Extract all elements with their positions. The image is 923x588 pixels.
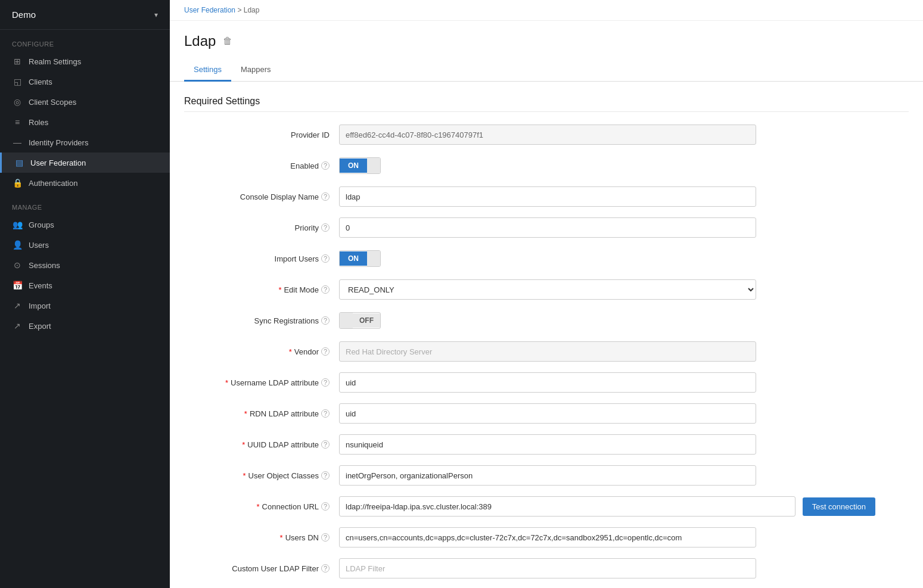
tab-settings[interactable]: Settings	[184, 59, 231, 82]
enabled-label: Enabled ?	[184, 161, 339, 170]
breadcrumb: User Federation > Ldap	[170, 0, 923, 21]
roles-icon: ≡	[12, 117, 23, 127]
provider-id-input[interactable]	[339, 125, 756, 145]
users-dn-row: * Users DN ?	[184, 527, 909, 548]
import-users-row: Import Users ? ON	[184, 248, 909, 269]
sync-registrations-toggle[interactable]: OFF	[339, 312, 381, 329]
sidebar-item-label: Events	[29, 281, 52, 290]
user-object-classes-row: * User Object Classes ?	[184, 465, 909, 486]
connection-url-field-group: Test connection	[339, 496, 875, 517]
provider-id-row: Provider ID	[184, 124, 909, 145]
user-object-classes-help-icon: ?	[321, 471, 330, 480]
enabled-row: Enabled ? ON	[184, 155, 909, 176]
rdn-ldap-attribute-input[interactable]	[339, 403, 756, 424]
sidebar-item-roles[interactable]: ≡ Roles	[0, 112, 170, 132]
custom-user-ldap-filter-input[interactable]	[339, 558, 756, 578]
sidebar-item-events[interactable]: 📅 Events	[0, 275, 170, 295]
toggle-off-label: OFF	[353, 313, 380, 328]
tab-mappers[interactable]: Mappers	[231, 59, 281, 82]
toggle-off-indicator	[367, 251, 380, 266]
breadcrumb-parent[interactable]: User Federation	[184, 6, 235, 14]
provider-id-field	[339, 125, 756, 145]
custom-user-ldap-filter-row: Custom User LDAP Filter ?	[184, 558, 909, 579]
sidebar-item-export[interactable]: ↗ Export	[0, 316, 170, 336]
enabled-field: ON	[339, 157, 756, 174]
sidebar-item-users[interactable]: 👤 Users	[0, 235, 170, 255]
delete-icon[interactable]: 🗑	[223, 36, 232, 46]
uuid-ldap-attribute-input[interactable]	[339, 434, 756, 455]
uuid-ldap-attribute-label: * UUID LDAP attribute ?	[184, 440, 339, 449]
sidebar-header[interactable]: Demo ▾	[0, 0, 170, 30]
custom-user-ldap-filter-field	[339, 558, 756, 578]
sidebar-item-user-federation[interactable]: ▤ User Federation	[0, 153, 170, 173]
import-users-label: Import Users ?	[184, 254, 339, 263]
custom-ldap-filter-help-icon: ?	[321, 564, 330, 573]
sidebar-item-sessions[interactable]: ⊙ Sessions	[0, 255, 170, 275]
configure-section-label: Configure	[0, 30, 170, 51]
sidebar-item-label: Realm Settings	[29, 57, 81, 66]
user-object-classes-input[interactable]	[339, 465, 756, 486]
console-display-name-field	[339, 186, 756, 207]
sidebar-item-authentication[interactable]: 🔒 Authentication	[0, 173, 170, 193]
edit-mode-row: * Edit Mode ? READ_ONLY WRITABLE UNSYNCE…	[184, 279, 909, 300]
test-connection-button[interactable]: Test connection	[803, 497, 875, 516]
sync-registrations-help-icon: ?	[321, 316, 330, 325]
sync-registrations-row: Sync Registrations ? OFF	[184, 310, 909, 331]
enabled-toggle[interactable]: ON	[339, 157, 381, 174]
connection-url-row: * Connection URL ? Test connection	[184, 496, 909, 517]
custom-user-ldap-filter-label: Custom User LDAP Filter ?	[184, 564, 339, 573]
tab-bar: Settings Mappers	[170, 59, 923, 82]
breadcrumb-current: Ldap	[244, 6, 260, 14]
connection-url-label: * Connection URL ?	[184, 502, 339, 511]
events-icon: 📅	[12, 281, 23, 290]
users-dn-input[interactable]	[339, 527, 756, 547]
edit-mode-help-icon: ?	[321, 285, 330, 294]
sidebar-item-groups[interactable]: 👥 Groups	[0, 214, 170, 235]
vendor-input[interactable]	[339, 341, 756, 362]
users-dn-help-icon: ?	[321, 533, 330, 542]
priority-input[interactable]	[339, 217, 756, 238]
toggle-on-label: ON	[340, 158, 367, 173]
sidebar-item-identity-providers[interactable]: — Identity Providers	[0, 132, 170, 153]
priority-help-icon: ?	[321, 223, 330, 232]
uuid-ldap-attribute-row: * UUID LDAP attribute ?	[184, 434, 909, 455]
vendor-help-icon: ?	[321, 347, 330, 356]
users-dn-field	[339, 527, 756, 547]
sync-registrations-label: Sync Registrations ?	[184, 316, 339, 325]
identity-providers-icon: —	[12, 138, 23, 147]
edit-mode-select[interactable]: READ_ONLY WRITABLE UNSYNCED	[339, 279, 756, 300]
sidebar-item-label: Import	[29, 301, 51, 310]
connection-url-input[interactable]	[339, 496, 795, 517]
sidebar-item-label: Sessions	[29, 261, 60, 270]
sidebar: Demo ▾ Configure ⊞ Realm Settings ◱ Clie…	[0, 0, 170, 588]
username-ldap-attribute-field	[339, 372, 756, 393]
main-content: User Federation > Ldap Ldap 🗑 Settings M…	[170, 0, 923, 588]
sidebar-item-clients[interactable]: ◱ Clients	[0, 71, 170, 92]
sidebar-item-label: Authentication	[29, 179, 77, 188]
sidebar-item-label: Export	[29, 322, 51, 331]
export-icon: ↗	[12, 321, 23, 331]
sidebar-item-label: Client Scopes	[29, 98, 76, 107]
toggle-on-label: ON	[340, 251, 367, 266]
rdn-ldap-attribute-label: * RDN LDAP attribute ?	[184, 409, 339, 418]
username-ldap-attribute-input[interactable]	[339, 372, 756, 393]
import-users-toggle[interactable]: ON	[339, 250, 381, 267]
realm-settings-icon: ⊞	[12, 57, 23, 66]
sessions-icon: ⊙	[12, 260, 23, 270]
username-ldap-attribute-row: * Username LDAP attribute ?	[184, 372, 909, 393]
sidebar-item-label: Users	[29, 241, 49, 250]
import-users-help-icon: ?	[321, 254, 330, 263]
console-display-name-input[interactable]	[339, 186, 756, 207]
chevron-down-icon: ▾	[154, 11, 158, 19]
sidebar-item-label: Groups	[29, 220, 54, 229]
toggle-off-indicator	[367, 158, 380, 173]
console-display-name-label: Console Display Name ?	[184, 192, 339, 201]
sidebar-item-import[interactable]: ↗ Import	[0, 295, 170, 316]
vendor-label: * Vendor ?	[184, 347, 339, 356]
section-title: Required Settings	[184, 96, 909, 112]
enabled-help-icon: ?	[321, 161, 330, 170]
users-dn-label: * Users DN ?	[184, 533, 339, 542]
sidebar-item-client-scopes[interactable]: ◎ Client Scopes	[0, 92, 170, 112]
sidebar-item-realm-settings[interactable]: ⊞ Realm Settings	[0, 51, 170, 71]
connection-url-help-icon: ?	[321, 502, 330, 511]
